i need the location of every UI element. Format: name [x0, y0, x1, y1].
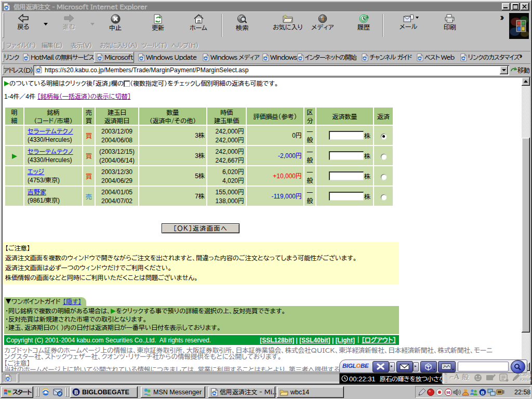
svg-text:98: 98 — [446, 391, 450, 394]
svg-text:B: B — [74, 390, 78, 395]
svg-text:B: B — [427, 364, 430, 367]
svg-text:B: B — [481, 390, 485, 395]
